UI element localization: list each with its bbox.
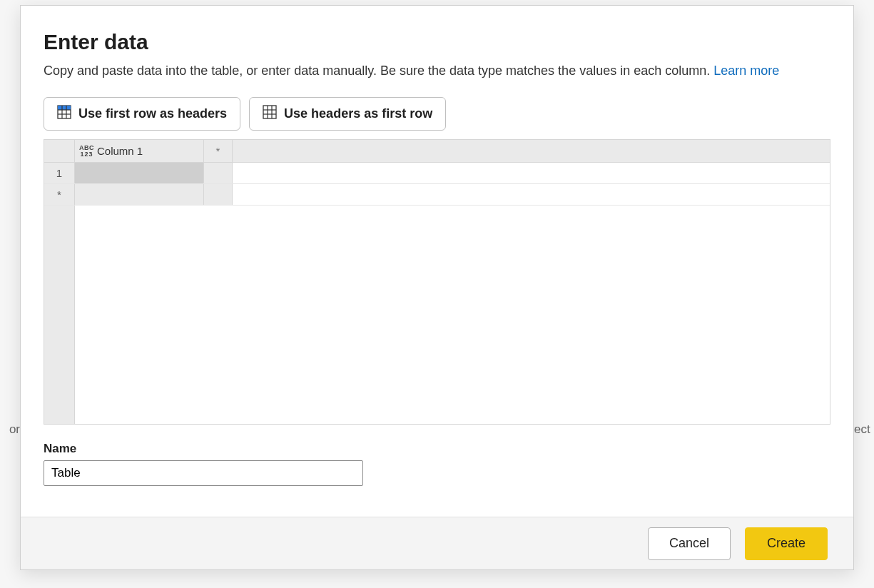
create-button[interactable]: Create [745,527,828,560]
cell-addrow-c1[interactable] [75,184,204,205]
row-number-1: 1 [44,163,75,183]
column-type-icon: ABC 123 [79,145,94,158]
table-name-label: Name [44,442,830,456]
add-row-cell[interactable]: * [44,184,75,205]
header-options-toolbar: Use first row as headers Use headers as … [44,97,830,131]
table-header-icon [57,105,71,123]
svg-rect-6 [263,106,276,118]
use-headers-as-first-row-button[interactable]: Use headers as first row [249,97,446,131]
dialog-content: Enter data Copy and paste data into the … [21,6,853,517]
cell-r1-c1[interactable] [75,163,204,183]
grid-add-row: * [44,184,830,206]
column-header-1[interactable]: ABC 123 Column 1 [75,140,204,162]
type-badge-123: 123 [80,151,93,158]
use-first-row-as-headers-label: Use first row as headers [78,106,227,121]
dialog-footer: Cancel Create [21,517,853,569]
subtitle-text: Copy and paste data into the table, or e… [44,64,713,78]
svg-rect-1 [58,106,71,110]
use-first-row-as-headers-button[interactable]: Use first row as headers [44,97,240,131]
column-header-1-label: Column 1 [97,145,143,157]
use-headers-as-first-row-label: Use headers as first row [284,106,432,121]
cell-r1-addcol[interactable] [204,163,233,183]
cancel-button[interactable]: Cancel [648,527,731,560]
grid-empty-area [75,206,830,424]
table-name-input[interactable] [44,460,363,486]
data-entry-grid: ABC 123 Column 1 * 1 * [44,139,830,425]
background-fragment-right: ect [854,422,874,437]
learn-more-link[interactable]: Learn more [713,64,779,78]
enter-data-dialog: Enter data Copy and paste data into the … [20,5,854,570]
table-name-section: Name [44,442,830,486]
dialog-subtitle: Copy and paste data into the table, or e… [44,61,830,80]
grid-header-row: ABC 123 Column 1 * [44,140,830,163]
add-column-cell[interactable]: * [204,140,233,162]
cell-addrow-addcol[interactable] [204,184,233,205]
background-fragment-left: or [0,422,20,437]
table-plain-icon [263,105,277,123]
grid-row-1: 1 [44,163,830,184]
row-gutter [44,206,75,424]
dialog-title: Enter data [44,30,830,54]
grid-corner-cell [44,140,75,162]
grid-filler [44,206,830,424]
